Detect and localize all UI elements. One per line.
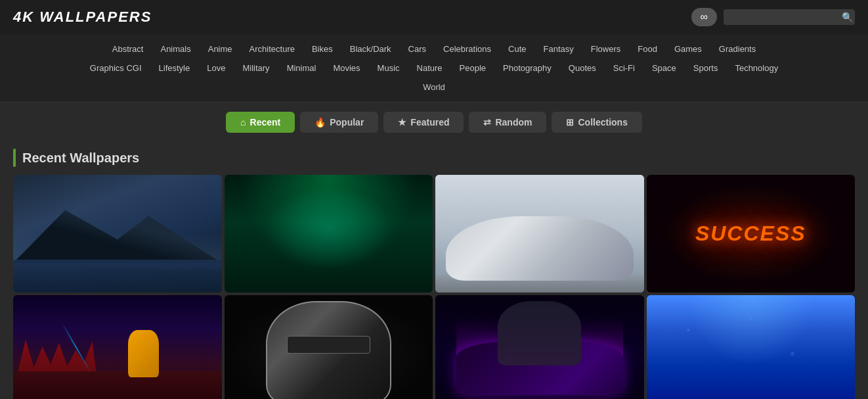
- tab-popular[interactable]: 🔥Popular: [300, 112, 378, 133]
- category-link-bikes[interactable]: Bikes: [305, 41, 340, 57]
- tab-label-random: Random: [495, 117, 532, 128]
- wallpaper-item-1[interactable]: [13, 175, 222, 293]
- section-title: Recent Wallpapers: [22, 151, 139, 166]
- category-link-quotes[interactable]: Quotes: [561, 60, 603, 76]
- category-link-celebrations[interactable]: Celebrations: [436, 41, 498, 57]
- category-link-architecture[interactable]: Architecture: [242, 41, 302, 57]
- category-link-abstract[interactable]: Abstract: [105, 41, 151, 57]
- category-link-gradients[interactable]: Gradients: [712, 41, 763, 57]
- category-nav: AbstractAnimalsAnimeArchitectureBikesBla…: [0, 34, 868, 103]
- wallpaper-item-2[interactable]: [225, 175, 433, 293]
- category-link-technology[interactable]: Technology: [727, 60, 785, 76]
- category-link-black-dark[interactable]: Black/Dark: [343, 41, 399, 57]
- tab-label-featured: Featured: [410, 117, 449, 128]
- wallpaper-item-4[interactable]: SUCCESS: [647, 175, 856, 293]
- category-link-military[interactable]: Military: [235, 60, 276, 76]
- category-link-sports[interactable]: Sports: [686, 60, 726, 76]
- wallpaper-grid: SUCCESS: [0, 175, 868, 399]
- star-icon: ★: [398, 117, 406, 128]
- tab-label-recent: Recent: [250, 117, 281, 128]
- wallpaper-item-3[interactable]: [435, 175, 644, 293]
- category-link-cars[interactable]: Cars: [401, 41, 433, 57]
- category-link-music[interactable]: Music: [370, 60, 407, 76]
- category-link-movies[interactable]: Movies: [326, 60, 367, 76]
- category-link-flowers[interactable]: Flowers: [584, 41, 628, 57]
- grid-icon: ⊞: [566, 117, 574, 128]
- tab-label-popular: Popular: [330, 117, 364, 128]
- category-link-games[interactable]: Games: [667, 41, 709, 57]
- wallpaper-item-6[interactable]: [225, 295, 433, 399]
- category-link-anime[interactable]: Anime: [201, 41, 240, 57]
- wallpaper-item-7[interactable]: [435, 295, 644, 399]
- filter-tabs: ⌂Recent🔥Popular★Featured⇄Random⊞Collecti…: [0, 103, 868, 142]
- category-link-sci-fi[interactable]: Sci-Fi: [606, 60, 642, 76]
- search-icon[interactable]: 🔍: [842, 12, 853, 22]
- shuffle-icon: ⇄: [483, 117, 491, 128]
- category-link-animals[interactable]: Animals: [153, 41, 198, 57]
- wallpaper-item-5[interactable]: [13, 295, 222, 399]
- section-title-bar: [13, 149, 16, 167]
- fire-icon: 🔥: [315, 117, 326, 128]
- tab-featured[interactable]: ★Featured: [383, 112, 464, 133]
- category-row-2: Graphics CGILifestyleLoveMilitaryMinimal…: [0, 60, 868, 76]
- logo[interactable]: 4K WALLPAPERS: [13, 9, 152, 26]
- category-link-minimal[interactable]: Minimal: [280, 60, 324, 76]
- category-link-graphics-cgi[interactable]: Graphics CGI: [83, 60, 149, 76]
- tab-collections[interactable]: ⊞Collections: [552, 112, 641, 133]
- header-right: ∞ 🔍: [691, 8, 855, 26]
- tab-recent[interactable]: ⌂Recent: [226, 112, 295, 133]
- search-input[interactable]: [730, 12, 842, 22]
- category-link-food[interactable]: Food: [630, 41, 664, 57]
- tab-random[interactable]: ⇄Random: [469, 112, 546, 133]
- category-link-photography[interactable]: Photography: [496, 60, 559, 76]
- category-link-fantasy[interactable]: Fantasy: [536, 41, 581, 57]
- category-row-3: World: [0, 79, 868, 95]
- tab-label-collections: Collections: [578, 117, 627, 128]
- category-link-space[interactable]: Space: [645, 60, 684, 76]
- category-link-people[interactable]: People: [452, 60, 493, 76]
- category-link-love[interactable]: Love: [200, 60, 232, 76]
- infinity-icon: ∞: [701, 11, 708, 23]
- search-bar: 🔍: [724, 9, 855, 25]
- category-link-nature[interactable]: Nature: [410, 60, 450, 76]
- wallpaper-item-8[interactable]: [647, 295, 856, 399]
- category-link-lifestyle[interactable]: Lifestyle: [152, 60, 198, 76]
- header: 4K WALLPAPERS ∞ 🔍: [0, 0, 868, 34]
- section-title-area: Recent Wallpapers: [0, 142, 868, 175]
- home-icon: ⌂: [240, 117, 246, 128]
- infinity-button[interactable]: ∞: [691, 8, 717, 26]
- category-link-cute[interactable]: Cute: [501, 41, 533, 57]
- category-row-1: AbstractAnimalsAnimeArchitectureBikesBla…: [0, 41, 868, 57]
- category-link-world[interactable]: World: [416, 79, 452, 95]
